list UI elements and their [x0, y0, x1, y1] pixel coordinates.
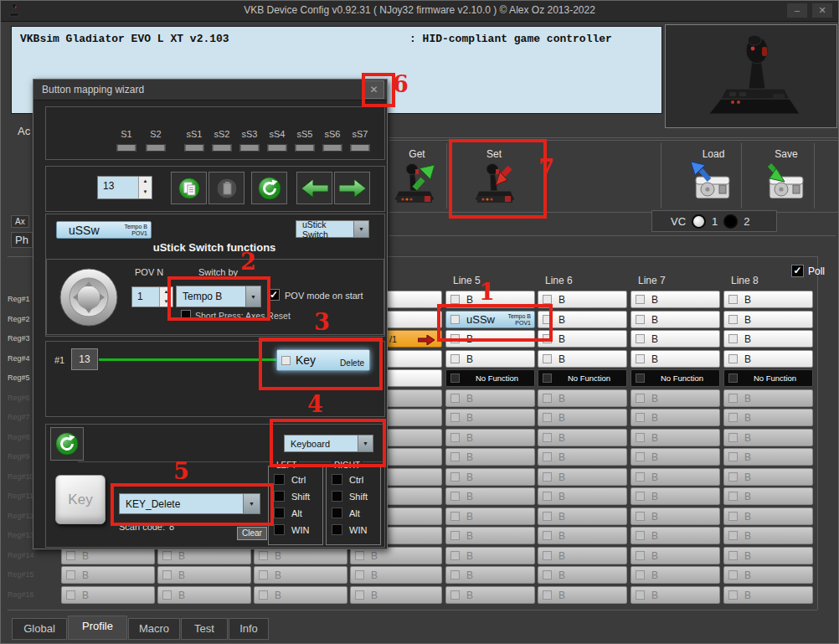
prev-button[interactable]	[296, 172, 332, 204]
grid-cell-button[interactable]: B	[254, 547, 347, 564]
key-mapping-button[interactable]: Key Delete	[276, 349, 370, 371]
grid-cell-button[interactable]: B	[723, 429, 813, 446]
grid-cell-button[interactable]: B	[723, 311, 813, 328]
cell-checkbox[interactable]	[728, 472, 738, 482]
grid-cell-button[interactable]: B	[350, 586, 442, 604]
grid-cell-button[interactable]: B	[445, 389, 535, 407]
cell-checkbox[interactable]	[543, 354, 552, 363]
line-button-number[interactable]: 13	[71, 348, 98, 370]
wizard-title-bar[interactable]: Button mapping wizard	[33, 80, 387, 100]
grid-cell-button[interactable]: B	[631, 291, 720, 308]
cell-checkbox[interactable]	[543, 295, 552, 304]
cell-checkbox[interactable]	[636, 413, 645, 422]
cell-checkbox[interactable]	[728, 374, 738, 383]
key-cell-checkbox[interactable]	[281, 356, 291, 365]
paste-button[interactable]	[208, 172, 244, 204]
load-button[interactable]	[687, 160, 733, 207]
tab-phys-partial[interactable]: Ph	[11, 232, 33, 248]
cell-checkbox[interactable]	[636, 570, 645, 580]
cell-checkbox[interactable]	[636, 433, 645, 442]
cell-checkbox[interactable]	[636, 334, 645, 343]
grid-cell-button[interactable]: B	[723, 507, 813, 525]
grid-cell-button[interactable]: B	[445, 350, 535, 368]
grid-cell-button[interactable]: B	[538, 468, 627, 486]
cell-checkbox[interactable]	[543, 394, 552, 403]
cell-checkbox[interactable]	[543, 570, 552, 580]
cell-checkbox[interactable]	[162, 551, 172, 560]
cell-checkbox[interactable]	[636, 531, 645, 540]
cell-checkbox[interactable]	[450, 590, 460, 600]
grid-cell-button[interactable]: B	[631, 429, 720, 446]
cell-checkbox[interactable]	[728, 590, 738, 600]
modifier-checkbox-shift[interactable]	[332, 491, 342, 502]
grid-cell-button[interactable]: B	[445, 507, 535, 525]
grid-cell-button[interactable]: B	[631, 448, 720, 466]
cell-checkbox[interactable]	[728, 394, 738, 403]
cell-checkbox[interactable]	[543, 315, 552, 324]
grid-cell-button[interactable]: B	[723, 527, 813, 544]
cell-checkbox[interactable]	[450, 512, 460, 521]
clear-button[interactable]: Clear	[237, 527, 267, 540]
grid-cell-no-function[interactable]: No Function	[631, 369, 720, 387]
cell-checkbox[interactable]	[728, 315, 738, 324]
grid-cell-button[interactable]: B	[445, 429, 535, 446]
cell-checkbox[interactable]	[543, 334, 552, 343]
cell-checkbox[interactable]	[728, 570, 738, 580]
cell-checkbox[interactable]	[450, 452, 460, 461]
cell-checkbox[interactable]	[543, 492, 552, 501]
cell-checkbox[interactable]	[543, 433, 552, 442]
grid-cell-button[interactable]: B	[61, 566, 155, 584]
chevron-down-icon[interactable]: ▼	[358, 435, 373, 451]
grid-cell-button[interactable]: B	[445, 566, 535, 584]
grid-cell-button[interactable]: B	[538, 330, 627, 348]
cell-checkbox[interactable]	[450, 315, 460, 324]
grid-cell-button[interactable]: B	[631, 586, 720, 604]
cell-checkbox[interactable]	[450, 551, 460, 560]
short-press-checkbox[interactable]	[181, 310, 191, 320]
copy-button[interactable]	[171, 172, 207, 204]
cell-checkbox[interactable]	[728, 413, 738, 422]
cell-checkbox[interactable]	[66, 551, 75, 560]
grid-cell-button[interactable]: B	[254, 566, 347, 584]
cell-checkbox[interactable]	[636, 295, 645, 304]
cell-checkbox[interactable]	[66, 590, 75, 600]
cell-checkbox[interactable]	[355, 551, 364, 560]
save-button[interactable]	[761, 160, 806, 207]
cell-checkbox[interactable]	[259, 551, 268, 560]
cell-checkbox[interactable]	[636, 315, 645, 324]
tab-macro[interactable]: Macro	[128, 618, 180, 640]
grid-cell-ussw[interactable]: uSSwTempo BPOV1	[445, 311, 535, 328]
grid-cell-button[interactable]: B	[538, 291, 627, 308]
close-button[interactable]: ✕	[812, 3, 832, 18]
cell-checkbox[interactable]	[543, 551, 552, 560]
grid-cell-button[interactable]: B	[631, 468, 720, 486]
grid-cell-button[interactable]: B	[538, 409, 627, 426]
grid-cell-button[interactable]: B	[538, 586, 627, 604]
grid-cell-button[interactable]: B	[445, 448, 535, 466]
grid-cell-button[interactable]: B	[631, 350, 720, 368]
tab-profile[interactable]: Profile	[68, 616, 127, 640]
grid-cell-button[interactable]: B	[445, 468, 535, 486]
cell-checkbox[interactable]	[450, 413, 460, 422]
cell-checkbox[interactable]	[636, 374, 645, 383]
grid-cell-button[interactable]: B	[157, 586, 251, 604]
grid-cell-button[interactable]: B	[631, 409, 720, 426]
cell-checkbox[interactable]	[450, 433, 460, 442]
grid-cell-button[interactable]: B	[631, 487, 720, 505]
get-button[interactable]	[391, 162, 438, 209]
grid-cell-button[interactable]: B	[538, 507, 627, 525]
cell-checkbox[interactable]	[636, 452, 645, 461]
grid-cell-button[interactable]: B	[445, 527, 535, 544]
modifier-checkbox-win[interactable]	[274, 524, 285, 535]
grid-cell-button[interactable]: B	[723, 448, 813, 466]
grid-cell-button[interactable]: B	[538, 527, 627, 544]
chevron-down-icon[interactable]: ▼	[245, 286, 260, 307]
grid-cell-button[interactable]: B	[61, 586, 155, 604]
cell-checkbox[interactable]	[450, 334, 460, 343]
cell-checkbox[interactable]	[636, 394, 645, 403]
cell-checkbox[interactable]	[450, 492, 460, 501]
grid-cell-button[interactable]: B	[723, 291, 813, 308]
cell-checkbox[interactable]	[450, 295, 460, 304]
grid-cell-button[interactable]: B	[538, 547, 627, 564]
grid-cell-button[interactable]: B	[254, 586, 347, 604]
